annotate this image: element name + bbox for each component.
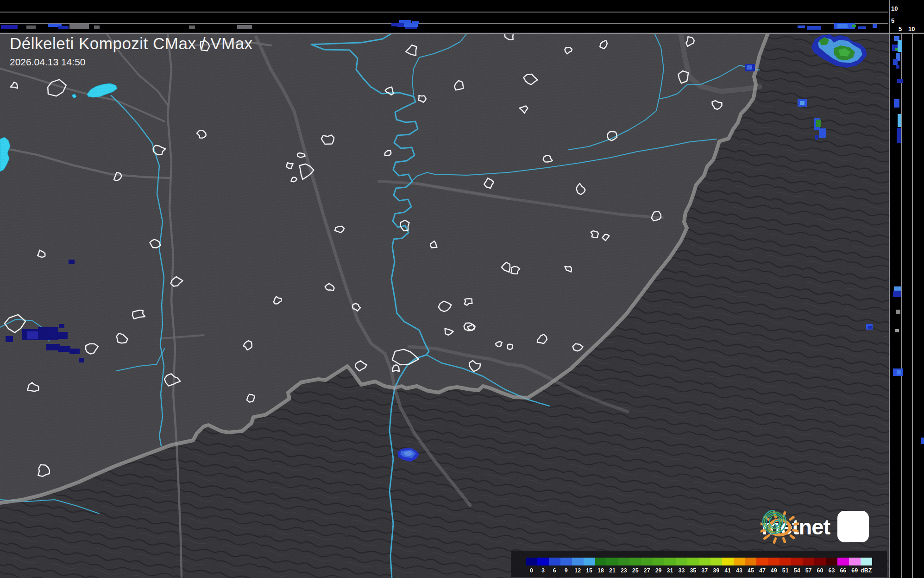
dbz-swatch xyxy=(768,558,779,565)
dbz-swatch xyxy=(710,558,722,565)
dbz-tick-labels: 0369121518212325272931333537394143454749… xyxy=(526,567,872,575)
dbz-tick-label: 35 xyxy=(687,567,699,575)
top-profile-strip xyxy=(0,0,924,33)
dbz-swatch xyxy=(549,558,560,565)
dbz-swatch xyxy=(595,558,607,565)
dbz-tick-label: 29 xyxy=(653,567,664,575)
dbz-tick-label: 49 xyxy=(768,567,779,575)
radar-viewer: Délkeleti Kompozit CMax / VMax 2026.04.1… xyxy=(0,0,924,578)
dbz-tick-label: 31 xyxy=(664,567,676,575)
dbz-tick-label: 37 xyxy=(699,567,710,575)
dbz-tick-label: 51 xyxy=(779,567,791,575)
radar-map-canvas xyxy=(0,0,924,578)
dbz-swatch xyxy=(584,558,595,565)
dbz-tick-label: 45 xyxy=(745,567,757,575)
dbz-swatch xyxy=(676,558,687,565)
right-profile-strip xyxy=(890,33,924,578)
dbz-swatch xyxy=(826,558,837,565)
height-axis-tick-5h: 5 xyxy=(899,26,902,32)
dbz-tick-label: 27 xyxy=(641,567,653,575)
dbz-swatch xyxy=(629,558,641,565)
dbz-tick-label: 12 xyxy=(572,567,584,575)
dbz-tick-label: 18 xyxy=(595,567,607,575)
dbz-swatch xyxy=(849,558,861,565)
dbz-tick-label: 3 xyxy=(537,567,549,575)
dbz-swatch xyxy=(734,558,745,565)
dbz-tick-label: 66 xyxy=(837,567,849,575)
dbz-swatch xyxy=(779,558,791,565)
radar-app-icon xyxy=(837,511,869,542)
dbz-swatch xyxy=(837,558,849,565)
dbz-tick-label: 54 xyxy=(791,567,803,575)
dbz-swatch xyxy=(526,558,537,565)
dbz-tick-label: 57 xyxy=(803,567,814,575)
dbz-tick-label: 0 xyxy=(526,567,537,575)
dbz-tick-label: 69 xyxy=(849,567,861,575)
dbz-swatch xyxy=(618,558,629,565)
metnet-logo: metnet xyxy=(761,508,893,545)
dbz-tick-label: 15 xyxy=(584,567,595,575)
dbz-swatch xyxy=(861,558,872,565)
dbz-swatch xyxy=(664,558,676,565)
dbz-tick-label: 41 xyxy=(722,567,734,575)
dbz-tick-label: 33 xyxy=(676,567,687,575)
dbz-tick-label: 9 xyxy=(560,567,572,575)
dbz-tick-label: 47 xyxy=(756,567,768,575)
dbz-swatch xyxy=(572,558,584,565)
height-axis-tick-10: 10 xyxy=(891,6,898,12)
title-block: Délkeleti Kompozit CMax / VMax 2026.04.1… xyxy=(10,34,253,68)
dbz-swatch xyxy=(699,558,710,565)
dbz-swatch xyxy=(653,558,664,565)
page-title: Délkeleti Kompozit CMax / VMax xyxy=(10,34,253,53)
dbz-tick-label: 6 xyxy=(549,567,560,575)
dbz-swatch xyxy=(814,558,826,565)
dbz-tick-label: 39 xyxy=(710,567,722,575)
height-axis-tick-5: 5 xyxy=(891,18,894,24)
dbz-swatch xyxy=(803,558,814,565)
height-axis-tick-10h: 10 xyxy=(908,26,915,32)
dbz-tick-label: 60 xyxy=(814,567,826,575)
dbz-tick-label: 63 xyxy=(826,567,837,575)
dbz-tick-label: 43 xyxy=(734,567,745,575)
dbz-swatch xyxy=(606,558,618,565)
dbz-swatch xyxy=(560,558,572,565)
timestamp: 2026.04.13 14:50 xyxy=(10,57,253,68)
dbz-tick-label: 21 xyxy=(606,567,618,575)
dbz-swatch xyxy=(687,558,699,565)
dbz-legend: 0369121518212325272931333537394143454749… xyxy=(511,551,887,577)
dbz-swatch xyxy=(756,558,768,565)
dbz-colorbar xyxy=(526,558,872,565)
dbz-swatch xyxy=(722,558,734,565)
dbz-swatch xyxy=(791,558,803,565)
dbz-tick-label: 23 xyxy=(618,567,629,575)
dbz-swatch xyxy=(745,558,757,565)
dbz-swatch xyxy=(641,558,653,565)
dbz-tick-label: dBZ xyxy=(861,567,872,575)
dbz-tick-label: 25 xyxy=(629,567,641,575)
dbz-swatch xyxy=(537,558,549,565)
